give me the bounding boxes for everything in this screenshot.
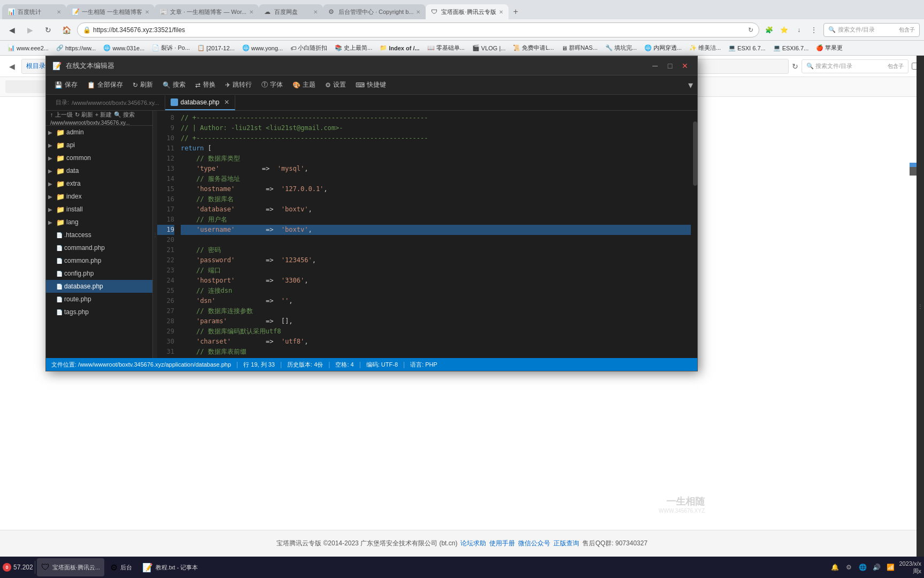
code-content[interactable]: // +------------------------------------… [179, 111, 693, 358]
notify-3[interactable]: 🌐 [857, 562, 868, 573]
home-button[interactable]: 🏠 [59, 22, 74, 37]
menu-btn[interactable]: ⋮ [807, 24, 820, 36]
bookmark-7[interactable]: 📚 史上最简... [332, 42, 375, 54]
tab-admin[interactable]: ⚙ 后台管理中心 · Copyright b... ✕ [323, 4, 426, 19]
bookmark-4[interactable]: 📋 [2017-12... [194, 42, 238, 54]
tab-baidu-stats[interactable]: 📊 百度统计 ✕ [2, 4, 66, 19]
bookmark-index[interactable]: 📁 Index of /... [376, 42, 422, 54]
tree-item-htaccess[interactable]: ▶ 📄 .htaccess [46, 229, 152, 241]
tree-item-route[interactable]: ▶ 📄 route.php [46, 293, 152, 306]
fm-back-btn[interactable]: ◀ [5, 60, 18, 73]
bookmark-16[interactable]: 💻 ESXI 6.7... [725, 42, 769, 54]
tree-item-api[interactable]: ▶ 📁 api [46, 139, 152, 151]
tree-resize-handle[interactable]: ⋮ [153, 111, 157, 358]
search-box[interactable]: 🔍 搜索文件/目录 包含子 [823, 23, 920, 37]
editor-scrollbar[interactable] [693, 111, 697, 358]
toolbar-collapse-btn[interactable]: ▾ [688, 79, 693, 91]
close-button[interactable]: ✕ [679, 60, 691, 72]
download-btn[interactable]: ↓ [792, 24, 805, 36]
tree-item-commonphp[interactable]: ▶ 📄 common.php [46, 254, 152, 267]
minimize-button[interactable]: ─ [649, 60, 661, 72]
bookmark-14[interactable]: 🌐 内网穿透... [641, 42, 685, 54]
tab-baidu-pan[interactable]: ☁ 百度网盘 ✕ [259, 4, 323, 19]
search-button[interactable]: 🔍 搜索 [158, 78, 190, 93]
font-button[interactable]: Ⓣ 字体 [257, 78, 287, 93]
tab-article[interactable]: 📰 文章 · 一生相随博客 — Wor... ✕ [155, 4, 259, 19]
tree-item-index[interactable]: ▶ 📁 index [46, 190, 152, 203]
back-button[interactable]: ◀ [4, 22, 19, 37]
tab-close-2[interactable]: ✕ [145, 9, 149, 15]
shortcuts-button[interactable]: ⌨ 快捷键 [351, 78, 390, 93]
save-button[interactable]: 💾 保存 [50, 78, 82, 93]
theme-button[interactable]: 🎨 主题 [288, 78, 320, 93]
tree-item-common[interactable]: ▶ 📁 common [46, 151, 152, 164]
tree-item-extra[interactable]: ▶ 📁 extra [46, 177, 152, 190]
save-all-button[interactable]: 📋 全部保存 [83, 78, 127, 93]
tab-close-5[interactable]: ✕ [416, 9, 420, 15]
address-bar[interactable]: 🔒 https://bt.345676.xyz:33521/files ↻ [77, 22, 759, 37]
notify-4[interactable]: 🔊 [871, 562, 882, 573]
tree-item-install[interactable]: ▶ 📁 install [46, 203, 152, 216]
footer-link-3[interactable]: 微信公众号 [518, 539, 550, 548]
tree-item-admin[interactable]: ▶ 📁 admin [46, 126, 152, 139]
settings-button[interactable]: ⚙ 设置 [321, 78, 350, 93]
tree-item-lang[interactable]: ▶ 📁 lang [46, 216, 152, 229]
tab-close-4[interactable]: ✕ [313, 9, 318, 15]
bookmark-10[interactable]: 🎬 VLOG |... [469, 42, 509, 54]
tree-item-tags[interactable]: ▶ 📄 tags.php [46, 306, 152, 318]
fm-reload-btn[interactable]: ↻ [792, 62, 798, 71]
tab-close-icon[interactable]: ✕ [224, 98, 229, 106]
goto-line-button[interactable]: ✈ 跳转行 [221, 78, 256, 93]
bookmark-15[interactable]: ✨ 维美洁... [686, 42, 724, 54]
tree-item-config[interactable]: ▶ 📄 config.php [46, 267, 152, 280]
replace-button[interactable]: ⇄ 替换 [191, 78, 220, 93]
new-tab-button[interactable]: + [509, 4, 523, 19]
bookmark-1[interactable]: 🔗 https://ww... [53, 42, 99, 54]
footer-link-4[interactable]: 正版查询 [553, 539, 579, 548]
footer-link-2[interactable]: 使用手册 [489, 539, 515, 548]
code-area[interactable]: 8 9 10 11 12 13 14 15 16 17 18 19 [157, 111, 693, 358]
tree-item-command[interactable]: ▶ 📄 command.php [46, 241, 152, 254]
bookmark-3[interactable]: 📄 裂诉 · Po... [149, 42, 193, 54]
tree-search-btn[interactable]: 🔍 搜索 [114, 111, 135, 119]
refresh-button[interactable]: ↻ 刷新 [128, 78, 157, 93]
notify-5[interactable]: 📶 [885, 562, 896, 573]
tree-refresh-btn[interactable]: ↻ 刷新 [75, 111, 93, 119]
extensions-btn[interactable]: 🧩 [763, 24, 775, 36]
bookmark-6[interactable]: 🏷 小白随折扣 [287, 42, 330, 54]
taskbar-item-admin[interactable]: ⚙ 后台 [106, 558, 136, 576]
tab-close-3[interactable]: ✕ [249, 9, 253, 15]
tab-blog[interactable]: 📝 一生相随 一生相随博客 ✕ [66, 4, 155, 19]
notify-2[interactable]: ⚙ [843, 562, 854, 573]
fav-btn[interactable]: ⭐ [777, 24, 790, 36]
reload-button[interactable]: ↻ [41, 22, 56, 37]
tree-new-btn[interactable]: + 新建 [95, 111, 112, 119]
fm-search[interactable]: 🔍 搜索文件/目录 包含子 [802, 59, 908, 73]
right-side-panel[interactable]: ⋮ [917, 56, 924, 557]
tab-close-6[interactable]: ✕ [499, 9, 503, 15]
bookmark-11[interactable]: 📜 免费申请L... [510, 42, 557, 54]
address-reload[interactable]: ↻ [748, 26, 753, 34]
bookmark-0[interactable]: 📊 www.eee2... [4, 42, 52, 54]
forward-button[interactable]: ▶ [22, 22, 37, 37]
taskbar-item-baota[interactable]: 🛡 宝塔面板·腾讯云... [37, 558, 104, 576]
tree-item-database[interactable]: ▶ 📄 database.php [46, 280, 152, 293]
notify-1[interactable]: 🔔 [829, 562, 840, 573]
bookmark-2[interactable]: 🌐 www.031e... [100, 42, 148, 54]
tab-baota[interactable]: 🛡 宝塔面板·腾讯云专版 ✕ [426, 4, 508, 19]
tab-close-1[interactable]: ✕ [57, 9, 61, 15]
footer-link-1[interactable]: 论坛求助 [460, 539, 486, 548]
tree-item-data[interactable]: ▶ 📁 data [46, 164, 152, 177]
bookmark-5[interactable]: 🌐 www.yong... [239, 42, 286, 54]
file-tab-database[interactable]: database.php ✕ [165, 95, 236, 110]
bookmark-13[interactable]: 🔧 填坑完... [602, 42, 640, 54]
breadcrumb-root[interactable]: 根目录 [26, 62, 45, 71]
bookmark-12[interactable]: 🖥 群晖NAS... [558, 42, 601, 54]
bookmark-17[interactable]: 💻 ESXI6.7... [770, 42, 812, 54]
tree-up-btn[interactable]: ↑ 上一级 [50, 111, 73, 119]
bookmark-18[interactable]: 🍎 苹果更 [813, 42, 846, 54]
taskbar-item-notepad[interactable]: 📝 教程.txt - 记事本 [138, 558, 202, 576]
scrollbar-thumb[interactable] [693, 121, 697, 186]
bookmark-9[interactable]: 📖 零基础单... [424, 42, 468, 54]
maximize-button[interactable]: □ [664, 60, 676, 72]
